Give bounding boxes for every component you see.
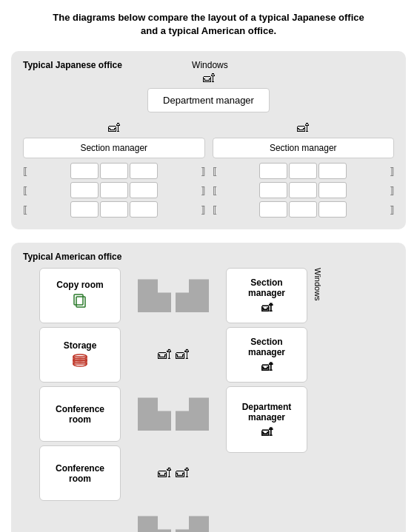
desk	[289, 163, 317, 179]
desk	[259, 182, 287, 198]
desk-row: ⟦ ⟧	[213, 163, 395, 179]
japanese-office-label: Typical Japanese office	[23, 60, 122, 70]
chair-right-icon: ⟧	[201, 204, 205, 215]
storage-box: Storage	[39, 327, 121, 383]
corner-shape-tl-3	[138, 516, 171, 532]
storage-label: Storage	[64, 340, 97, 351]
desk	[100, 201, 128, 218]
middle-sofa-left-2: 🛋	[158, 465, 171, 481]
conference-room-2-box: Conferenceroom	[39, 445, 121, 501]
am-windows-left-label: Windows	[23, 268, 35, 532]
desk	[70, 182, 99, 198]
chair-left-icon: ⟦	[23, 166, 27, 177]
desk-row: ⟦ ⟧	[23, 163, 205, 179]
right-sofa-1-icon: 🛋	[261, 301, 273, 314]
conference-room-1-label: Conferenceroom	[56, 404, 104, 425]
corner-shape-tr-3	[176, 516, 209, 532]
chair-right-icon: ⟧	[390, 166, 394, 177]
chair-left-icon: ⟦	[213, 204, 217, 215]
desk-row: ⟦ ⟧	[23, 182, 205, 198]
desk	[318, 163, 347, 179]
desk-row: ⟦ ⟧	[23, 201, 205, 218]
desk	[318, 182, 347, 198]
right-sofa-icon: 🛋	[297, 121, 309, 135]
storage-icon	[72, 354, 88, 369]
desk	[100, 182, 128, 198]
svg-rect-1	[74, 294, 83, 305]
desk	[259, 163, 287, 179]
copy-room-box: Copy room	[39, 268, 121, 323]
am-middle-row-2: 🛋 🛋	[125, 327, 221, 383]
desk	[130, 182, 158, 198]
middle-sofa-right-2: 🛋	[176, 465, 189, 481]
svg-rect-0	[76, 297, 85, 307]
am-middle-col: 🛋 🛋 🛋 🛋	[125, 268, 221, 532]
am-middle-row-5	[125, 505, 221, 532]
am-right-col: Sectionmanager 🛋 Sectionmanager 🛋 Depart…	[226, 268, 307, 532]
dept-manager-am-label: Departmentmanager	[242, 402, 292, 422]
right-sofa-2-icon: 🛋	[261, 360, 273, 373]
jp-left-section: 🛋 Section manager ⟦ ⟧ ⟦	[23, 121, 205, 218]
desk	[130, 163, 158, 179]
chair-left-icon: ⟦	[213, 185, 217, 196]
desk-row: ⟦ ⟧	[213, 201, 395, 218]
am-windows-right-label: Windows	[312, 268, 324, 532]
am-left-col: Copy room Storage	[39, 268, 121, 532]
am-middle-row-3	[125, 386, 221, 442]
desk	[70, 163, 99, 179]
desk	[289, 201, 317, 218]
dept-sofa-icon: 🛋	[203, 72, 215, 85]
dept-manager-am-box: Departmentmanager 🛋	[226, 386, 307, 453]
copy-icon	[73, 293, 87, 312]
right-section-manager-box: Section manager	[213, 138, 395, 158]
left-sofa-icon: 🛋	[108, 121, 120, 135]
middle-sofa-left-1: 🛋	[158, 347, 171, 363]
desk	[70, 201, 99, 218]
copy-room-label: Copy room	[56, 280, 103, 290]
left-section-manager-box: Section manager	[23, 138, 205, 158]
am-middle-row-1	[125, 268, 221, 323]
chair-left-icon: ⟦	[23, 204, 27, 215]
desk	[100, 163, 128, 179]
main-title: The diagrams below compare the layout of…	[11, 11, 406, 38]
corner-shape-tl-2	[138, 397, 171, 431]
jp-right-section: 🛋 Section manager ⟦ ⟧ ⟦	[213, 121, 395, 218]
chair-right-icon: ⟧	[201, 185, 205, 196]
left-desk-rows: ⟦ ⟧ ⟦ ⟧	[23, 163, 205, 218]
section-manager-1-box: Sectionmanager 🛋	[226, 268, 307, 323]
middle-sofa-right-1: 🛋	[176, 347, 189, 363]
conference-room-2-label: Conferenceroom	[56, 463, 104, 484]
chair-right-icon: ⟧	[390, 185, 394, 196]
conference-room-1-box: Conferenceroom	[39, 386, 121, 442]
chair-left-icon: ⟦	[213, 166, 217, 177]
desk	[318, 201, 347, 218]
dept-manager-box: Department manager	[147, 88, 270, 112]
right-desk-rows: ⟦ ⟧ ⟦ ⟧	[213, 163, 395, 218]
american-office-label: Typical American office	[23, 252, 394, 262]
chair-right-icon: ⟧	[201, 166, 205, 177]
section-manager-2-label: Sectionmanager	[248, 337, 285, 357]
am-middle-row-4: 🛋 🛋	[125, 445, 221, 501]
japanese-office-container: Typical Japanese office Windows 🛋 Depart…	[11, 51, 406, 229]
corner-shape-tr-1	[176, 279, 209, 312]
right-sofa-3-icon: 🛋	[261, 425, 273, 438]
section-manager-2-box: Sectionmanager 🛋	[226, 327, 307, 383]
desk	[130, 201, 158, 218]
section-manager-1-label: Sectionmanager	[248, 277, 285, 298]
chair-left-icon: ⟦	[23, 185, 27, 196]
corner-shape-tl-1	[138, 279, 171, 312]
corner-shape-tr-2	[176, 397, 209, 431]
desk	[259, 201, 287, 218]
desk	[289, 182, 317, 198]
chair-right-icon: ⟧	[390, 204, 394, 215]
desk-row: ⟦ ⟧	[213, 182, 395, 198]
japanese-windows-label: Windows	[122, 60, 298, 70]
american-office-container: Typical American office Windows Copy roo…	[11, 243, 406, 532]
